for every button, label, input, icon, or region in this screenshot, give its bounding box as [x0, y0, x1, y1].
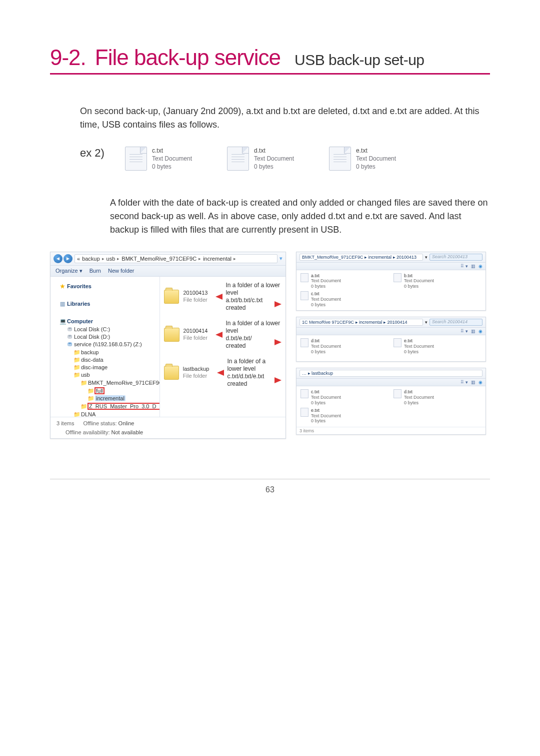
- example-file: e.txt Text Document 0 bytes: [329, 147, 396, 171]
- tree-item-incremental[interactable]: 📁incremental: [88, 395, 158, 402]
- example-file: d.txt Text Document 0 bytes: [227, 147, 294, 171]
- tree-item[interactable]: ⛃service (\\192.168.0.57) (Z:): [66, 341, 158, 348]
- file-name: d.txt: [254, 147, 294, 155]
- example-label: ex 2): [80, 147, 110, 160]
- text-file-icon: [394, 273, 402, 282]
- page-heading: 9-2. File back-up service USB back-up se…: [50, 45, 490, 75]
- tree-item[interactable]: 📁usb: [74, 371, 158, 379]
- folder-icon: 📁: [80, 403, 86, 410]
- text-file-icon: [125, 147, 147, 171]
- file-item[interactable]: d.txtText Document0 bytes: [300, 338, 388, 358]
- organize-button[interactable]: Organize ▾: [56, 268, 82, 274]
- file-item[interactable]: a.txtText Document0 bytes: [300, 273, 388, 289]
- arrow-left-icon: [217, 370, 224, 376]
- folder-icon: 📁: [74, 349, 80, 356]
- help-icon[interactable]: ◉: [478, 380, 482, 385]
- paragraph-1: On second back-up, (January 2nd 2009), a…: [80, 105, 490, 132]
- file-type: Text Document: [254, 155, 294, 163]
- file-item[interactable]: e.txtText Document0 bytes: [394, 338, 482, 358]
- section-subtitle: USB back-up set-up: [294, 52, 424, 69]
- breadcrumb[interactable]: BMKT_MemoRive_971CEF9C ▸ incremental ▸ 2…: [300, 254, 423, 261]
- folder-icon: [164, 328, 180, 342]
- help-icon[interactable]: ◉: [478, 264, 482, 269]
- file-item[interactable]: d.txtText Document0 bytes: [394, 389, 482, 405]
- file-size: 0 bytes: [254, 163, 294, 171]
- text-file-icon: [394, 389, 402, 398]
- example-file: c.txt Text Document 0 bytes: [125, 147, 192, 171]
- view-icon[interactable]: ⠿ ▾: [460, 264, 468, 269]
- libraries-icon: ▥: [60, 301, 66, 307]
- folder-row[interactable]: 20100414 File folder In a folder of a lo…: [164, 320, 282, 350]
- nav-tree[interactable]: ★Favorites ▥Libraries 💻Computer ⛃Local D…: [50, 277, 160, 417]
- explorer-window-mini-2: 1C MemoRive 971CEF9C ▸ incremental ▸ 201…: [296, 317, 486, 362]
- tree-item-full[interactable]: 📁full: [88, 387, 158, 395]
- tree-item[interactable]: 📁disc-data: [74, 356, 158, 364]
- paragraph-2: A folder with the date of back-up is cre…: [110, 196, 490, 237]
- preview-icon[interactable]: ▥: [471, 329, 476, 334]
- folder-icon: 📁: [74, 372, 80, 378]
- folder-icon: 📁: [74, 357, 80, 363]
- example-row: ex 2) c.txt Text Document 0 bytes d.txt …: [80, 147, 490, 171]
- arrow-left-icon: [216, 294, 222, 300]
- text-file-icon: [300, 338, 308, 347]
- disk-icon: ⛃: [66, 326, 72, 333]
- tree-item[interactable]: ⛃Local Disk (D:): [66, 333, 158, 341]
- status-bar: 3 items Offline status: Online: [50, 417, 286, 429]
- burn-button[interactable]: Burn: [90, 268, 101, 274]
- folder-row[interactable]: lastbackup File folder In a folder of a …: [164, 358, 282, 388]
- forward-button[interactable]: ►: [64, 254, 72, 263]
- text-file-icon: [300, 273, 308, 282]
- view-icon[interactable]: ⠿ ▾: [460, 329, 468, 334]
- folder-row[interactable]: 20100413 File folder In a folder of a lo…: [164, 282, 282, 312]
- breadcrumb[interactable]: 1C MemoRive 971CEF9C ▸ incremental ▸ 201…: [300, 319, 423, 326]
- tree-item[interactable]: 📁DLNA: [74, 411, 158, 417]
- file-size: 0 bytes: [356, 163, 396, 171]
- favorites-icon: ★: [60, 283, 66, 290]
- search-input[interactable]: Search 20100413: [430, 254, 482, 261]
- back-button[interactable]: ◄: [54, 254, 62, 263]
- folder-icon: 📁: [88, 395, 94, 402]
- preview-icon[interactable]: ▥: [471, 264, 476, 269]
- file-type: Text Document: [152, 155, 192, 163]
- address-bar: ◄ ► « backup▸ usb▸ BMKT_MemoRive_971CEF9…: [50, 252, 286, 266]
- explorer-window-mini-1: BMKT_MemoRive_971CEF9C ▸ incremental ▸ 2…: [296, 252, 486, 311]
- file-item[interactable]: e.txtText Document0 bytes: [300, 408, 388, 424]
- file-size: 0 bytes: [152, 163, 192, 171]
- help-icon[interactable]: ◉: [478, 329, 482, 334]
- network-drive-icon: ⛃: [66, 341, 72, 348]
- status-bar: 3 items: [296, 427, 486, 434]
- folder-icon: 📁: [74, 364, 80, 371]
- text-file-icon: [227, 147, 249, 171]
- chevron-down-icon[interactable]: ▾: [280, 255, 282, 262]
- tree-item[interactable]: 📁Z_RUS_Master_Pro_3.0_D_685A0347: [80, 403, 158, 410]
- folder-icon: 📁: [74, 411, 80, 417]
- explorer-window-mini-3: … ▸ lastbackup ⠿ ▾▥◉ c.txtText Document0…: [296, 368, 486, 435]
- file-type: Text Document: [356, 155, 396, 163]
- folder-icon: [164, 366, 179, 380]
- toolbar: Organize ▾ Burn New folder: [50, 266, 286, 277]
- text-file-icon: [300, 408, 308, 417]
- tree-item[interactable]: 📁disc-image: [74, 364, 158, 371]
- file-item[interactable]: c.txtText Document0 bytes: [300, 389, 388, 405]
- breadcrumb[interactable]: « backup▸ usb▸ BMKT_MemoRive_971CEF9C▸ i…: [74, 254, 278, 263]
- view-icon[interactable]: ⠿ ▾: [460, 380, 468, 385]
- preview-icon[interactable]: ▥: [471, 380, 476, 385]
- disk-icon: ⛃: [66, 334, 72, 340]
- arrow-left-icon: [216, 332, 222, 338]
- content-pane: 20100413 File folder In a folder of a lo…: [160, 277, 286, 417]
- arrow-right-icon: [274, 377, 282, 383]
- search-input[interactable]: Search 20100414: [430, 319, 482, 326]
- text-file-icon: [300, 291, 308, 300]
- breadcrumb[interactable]: … ▸ lastbackup: [300, 370, 482, 377]
- tree-item[interactable]: 📁backup: [74, 349, 158, 356]
- tree-item[interactable]: ⛃Local Disk (C:): [66, 326, 158, 333]
- new-folder-button[interactable]: New folder: [108, 268, 134, 274]
- tree-item[interactable]: 📁BMKT_MemoRive_971CEF9C: [80, 379, 158, 387]
- text-file-icon: [329, 147, 351, 171]
- text-file-icon: [300, 389, 308, 398]
- file-item[interactable]: c.txtText Document0 bytes: [300, 291, 388, 307]
- section-title: File back-up service: [95, 45, 280, 70]
- file-item[interactable]: b.txtText Document0 bytes: [394, 273, 482, 289]
- arrow-right-icon: [274, 339, 282, 345]
- folder-icon: [164, 290, 179, 304]
